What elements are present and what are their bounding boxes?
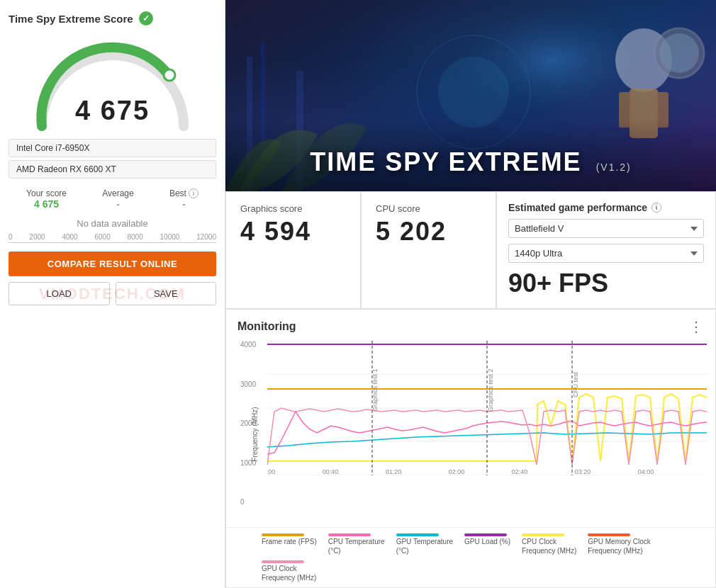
svg-point-13 [438, 57, 509, 128]
legend-gpu-load-color [464, 533, 507, 536]
legend-gpu-clock: GPU Clock Frequency (MHz) [262, 560, 316, 582]
chart-svg: Graphics test 1 Graphics test 2 CPU test… [267, 341, 707, 475]
legend-cpu-clock-color [522, 533, 564, 536]
svg-text:Graphics test 1: Graphics test 1 [371, 368, 379, 412]
legend-gpu-mem-clock-color [588, 533, 630, 536]
svg-text:Graphics test 2: Graphics test 2 [487, 368, 494, 412]
monitoring-menu-icon[interactable]: ⋮ [689, 318, 704, 335]
scores-row: Graphics score 4 594 CPU score 5 202 Est… [225, 191, 716, 309]
hero-title: TIME SPY EXTREME (V1.2) [310, 147, 632, 177]
load-button[interactable]: LOAD [9, 282, 110, 305]
no-data-text: No data available [77, 218, 147, 229]
score-title: Time Spy Extreme Score ✓ [9, 11, 153, 26]
monitoring-legend: Frame rate (FPS) CPU Temperature (°C) GP… [226, 527, 715, 587]
average-label: Average [102, 188, 133, 198]
game-select[interactable]: Battlefield V Call of Duty Fortnite [508, 219, 704, 238]
chart-wrapper: Frequency (MHz) 4000 3000 2000 1000 0 [226, 341, 715, 527]
svg-text:00:40: 00:40 [323, 468, 339, 475]
gpu-info: AMD Radeon RX 6600 XT [9, 160, 216, 179]
bar-scale-labels: 0 2000 4000 6000 8000 10000 12000 [9, 233, 216, 241]
score-title-text: Time Spy Extreme Score [9, 13, 133, 25]
svg-text:01:20: 01:20 [386, 468, 402, 475]
save-button[interactable]: SAVE [116, 282, 217, 305]
y-ticks: 4000 3000 2000 1000 0 [240, 341, 256, 506]
legend-gpu-load: GPU Load (%) [464, 533, 510, 555]
graphics-score-label: Graphics score [240, 203, 346, 214]
svg-text:02:40: 02:40 [512, 468, 528, 475]
legend-gpu-temp: GPU Temperature (°C) [396, 533, 453, 555]
left-panel: Time Spy Extreme Score ✓ 4 675 Intel Cor… [0, 0, 225, 588]
your-score-label: Your score [26, 188, 67, 198]
best-score-col: Best i - [169, 188, 198, 210]
best-label: Best i [169, 188, 198, 198]
average-value: - [102, 198, 133, 210]
legend-frame-rate-color [262, 533, 304, 536]
cpu-info: Intel Core i7-6950X [9, 139, 216, 157]
bar-scale-line [9, 242, 216, 243]
svg-point-0 [164, 69, 175, 81]
svg-text:03:20: 03:20 [575, 468, 591, 475]
right-panel: TIME SPY EXTREME (V1.2) Graphics score 4… [225, 0, 716, 588]
your-score-value: 4 675 [26, 198, 67, 210]
gauge-container: 4 675 [28, 34, 198, 133]
legend-cpu-temp: CPU Temperature (°C) [328, 533, 385, 555]
legend-cpu-temp-color [328, 533, 371, 536]
fps-value: 90+ FPS [508, 268, 704, 298]
game-perf-info-icon[interactable]: i [651, 203, 661, 213]
legend-gpu-temp-color [396, 533, 439, 536]
svg-text:CPU test: CPU test [572, 371, 579, 397]
average-score-col: Average - [102, 188, 133, 210]
legend-frame-rate: Frame rate (FPS) [262, 533, 317, 555]
cpu-score-value: 5 202 [376, 217, 481, 247]
action-row: LOAD SAVE [9, 282, 216, 305]
svg-text:04:00: 04:00 [638, 468, 654, 475]
cpu-score-label: CPU score [376, 203, 481, 214]
monitoring-section: Monitoring ⋮ Frequency (MHz) 4000 3000 2… [225, 309, 716, 588]
monitoring-header: Monitoring ⋮ [226, 310, 715, 341]
best-info-icon[interactable]: i [189, 188, 198, 198]
game-perf-card: Estimated game performance i Battlefield… [496, 191, 716, 309]
graphics-score-card: Graphics score 4 594 [225, 191, 361, 309]
svg-point-11 [659, 33, 699, 73]
monitoring-title: Monitoring [237, 320, 296, 333]
legend-gpu-mem-clock: GPU Memory Clock Frequency (MHz) [588, 533, 650, 555]
svg-text:00:00: 00:00 [267, 468, 275, 475]
hero-version: (V1.2) [596, 162, 632, 173]
hero-banner: TIME SPY EXTREME (V1.2) [225, 0, 716, 191]
graphics-score-value: 4 594 [240, 217, 346, 247]
legend-gpu-clock-color [262, 560, 304, 563]
system-info: Intel Core i7-6950X AMD Radeon RX 6600 X… [9, 139, 216, 181]
cpu-score-card: CPU score 5 202 [361, 191, 496, 309]
svg-text:02:00: 02:00 [449, 468, 465, 475]
best-value: - [169, 198, 198, 210]
bar-scale: 0 2000 4000 6000 8000 10000 12000 [9, 233, 216, 243]
score-row: Your score 4 675 Average - Best i - [9, 188, 216, 210]
main-score: 4 675 [75, 96, 150, 126]
game-perf-title: Estimated game performance i [508, 202, 704, 213]
res-select[interactable]: 1440p Ultra 1080p Ultra 4K Ultra [508, 244, 704, 263]
compare-button[interactable]: COMPARE RESULT ONLINE [9, 251, 216, 276]
your-score-col: Your score 4 675 [26, 188, 67, 210]
check-icon: ✓ [139, 11, 153, 26]
legend-cpu-clock: CPU Clock Frequency (MHz) [522, 533, 576, 555]
